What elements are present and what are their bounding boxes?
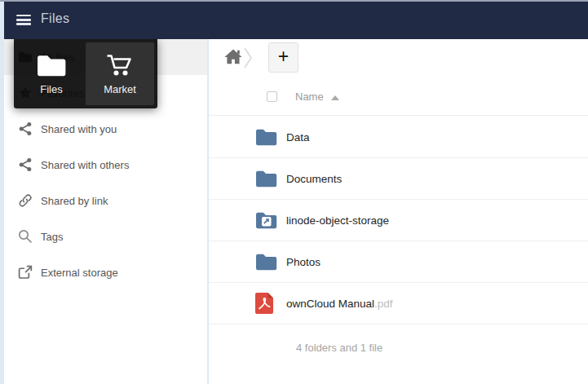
file-name: Documents — [286, 173, 342, 185]
folder-icon — [37, 53, 66, 77]
sidebar-item-shared-by-link[interactable]: Shared by link — [4, 183, 207, 218]
sidebar-item-tags[interactable]: Tags — [4, 218, 207, 254]
app-menu-item-files[interactable]: Files — [17, 42, 86, 105]
sidebar-item-shared-with-you[interactable]: Shared with you — [4, 111, 207, 147]
chevron-right-icon — [243, 43, 253, 73]
sidebar-item-label: Shared with others — [41, 159, 129, 171]
sidebar-item-label: Shared by link — [41, 195, 108, 207]
file-row-documents[interactable]: Documents — [209, 158, 588, 200]
pdf-file-icon — [254, 292, 275, 315]
link-icon — [18, 193, 33, 208]
cart-icon — [105, 53, 135, 77]
app-title: Files — [41, 11, 69, 26]
file-basename: ownCloud Manual — [286, 298, 374, 310]
app-menu-icon[interactable] — [16, 15, 31, 25]
file-extension: .pdf — [374, 298, 393, 310]
app-menu-item-market[interactable]: Market — [86, 42, 154, 105]
sidebar-item-external-storage[interactable]: External storage — [4, 254, 207, 290]
sort-ascending-icon[interactable] — [331, 95, 339, 100]
share-icon — [18, 157, 33, 172]
file-name: Data — [286, 131, 310, 143]
home-icon[interactable] — [223, 46, 244, 68]
app-menu-item-label: Market — [104, 83, 136, 95]
file-row-linode-object-storage[interactable]: linode-object-storage — [209, 200, 588, 241]
sidebar-item-label: Shared with you — [41, 123, 117, 135]
select-all-checkbox[interactable] — [267, 91, 277, 102]
file-list-summary: 4 folders and 1 file — [296, 342, 382, 354]
folder-icon — [255, 170, 277, 188]
top-bar: Files — [4, 0, 588, 39]
column-header-name[interactable]: Name — [295, 90, 324, 103]
folder-icon — [255, 253, 277, 271]
app-menu-popover: Files Market — [14, 39, 157, 108]
share-icon — [18, 121, 33, 136]
sidebar-item-label: External storage — [41, 267, 118, 279]
folder-icon — [255, 128, 277, 147]
magnifier-icon — [18, 229, 33, 244]
file-name: linode-object-storage — [286, 214, 389, 227]
sidebar-item-label: Tags — [41, 231, 63, 243]
new-file-button[interactable]: + — [268, 42, 298, 73]
file-row-owncloud-manual-pdf[interactable]: ownCloud Manual.pdf — [209, 283, 588, 324]
external-folder-icon — [255, 211, 277, 230]
sidebar-item-shared-with-others[interactable]: Shared with others — [4, 147, 207, 183]
file-table-header: Name — [209, 78, 588, 116]
file-name: ownCloud Manual.pdf — [286, 298, 393, 310]
app-menu-item-label: Files — [40, 83, 62, 95]
external-link-icon — [18, 265, 33, 280]
file-row-photos[interactable]: Photos — [209, 241, 588, 283]
window-top-edge — [0, 0, 588, 2]
file-list-panel: + Name Data Documents linode-object-stor… — [209, 39, 588, 384]
file-name: Photos — [286, 256, 321, 268]
file-row-data[interactable]: Data — [209, 117, 588, 158]
